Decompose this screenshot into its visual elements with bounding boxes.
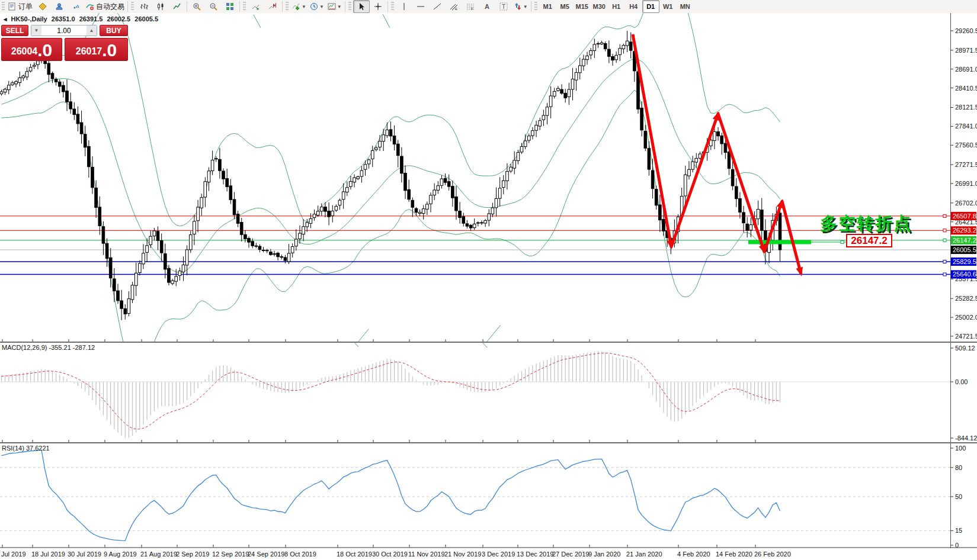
tile-windows-button[interactable] — [222, 0, 238, 13]
horizontal-line-button[interactable] — [412, 0, 429, 13]
candle-body — [386, 130, 389, 136]
timeframe-m15-button[interactable]: M15 — [574, 0, 591, 13]
level-callout-label[interactable]: 26147.2 — [846, 234, 892, 247]
equidistant-channel-button[interactable]: E — [446, 0, 462, 13]
signals-icon[interactable] — [68, 0, 84, 13]
line-handle[interactable] — [943, 260, 946, 263]
autotrading-button-label: 自动交易 — [96, 2, 124, 12]
date-label: 14 Feb 2020 — [716, 551, 752, 558]
timeframe-h4-button[interactable]: H4 — [625, 0, 642, 13]
templates-button[interactable]: ▼ — [326, 0, 344, 13]
timeframe-mn-button[interactable]: MN — [677, 0, 694, 13]
buy-button[interactable]: BUY — [100, 25, 128, 36]
candle-body — [270, 252, 273, 255]
candle-body — [408, 189, 411, 199]
trendline-button[interactable] — [429, 0, 446, 13]
sell-price: 26004 — [11, 44, 38, 59]
toolbar-grip — [534, 2, 537, 11]
line-chart-button[interactable] — [169, 0, 185, 13]
zoom-out-button[interactable] — [205, 0, 222, 13]
date-label: 8 Oct 2019 — [284, 551, 316, 558]
date-label: 11 Nov 2019 — [408, 551, 445, 558]
candle-body — [571, 79, 574, 89]
arrows-button[interactable]: ▼ — [512, 0, 530, 13]
volume-up-button[interactable]: ▲ — [87, 25, 97, 36]
support-highlight-bar[interactable] — [748, 240, 811, 244]
timeframe-m30-button[interactable]: M30 — [591, 0, 608, 13]
new-order-button[interactable]: 订单 — [7, 0, 34, 13]
candle-body — [640, 108, 643, 130]
main-chart: 29260.528971.528691.028410.528121.527841… — [0, 13, 977, 342]
timeframe-h1-button[interactable]: H1 — [608, 0, 625, 13]
vertical-line-button[interactable] — [396, 0, 412, 13]
autotrading-button[interactable]: 自动交易 — [84, 0, 126, 13]
volume-stepper: ▼ 1.00 ▲ — [31, 25, 97, 36]
chevron-down-icon: ▼ — [319, 4, 324, 9]
turning-point-annotation[interactable]: 多空转折点 — [820, 212, 912, 236]
bar-chart-button[interactable] — [136, 0, 152, 13]
candle-body — [484, 221, 487, 223]
cursor-button[interactable] — [353, 0, 370, 13]
candle-body — [146, 246, 149, 253]
candle-body — [91, 167, 94, 187]
volume-value[interactable]: 1.00 — [41, 27, 87, 35]
candle-body — [353, 178, 356, 182]
svg-text:F: F — [471, 7, 473, 11]
timeframe-m5-button[interactable]: M5 — [556, 0, 574, 13]
candle-body — [731, 169, 734, 186]
fibonacci-button[interactable]: F — [462, 0, 479, 13]
chart-shift-button[interactable] — [264, 0, 281, 13]
candle-body — [528, 136, 531, 140]
candle-body — [575, 72, 578, 80]
price-line-label: 26005.5 — [953, 246, 976, 253]
macd-background — [0, 342, 977, 443]
profile-icon[interactable] — [51, 0, 68, 13]
periods-button[interactable]: ▼ — [308, 0, 326, 13]
candle-body — [207, 171, 210, 182]
volume-down-button[interactable]: ▼ — [31, 25, 41, 36]
price-line-label: 26293.2 — [953, 227, 976, 234]
candle-body — [415, 208, 418, 213]
candle-body — [597, 43, 600, 44]
candle-body — [168, 268, 171, 282]
line-handle[interactable] — [943, 239, 946, 242]
date-label: 9 Jan 2020 — [588, 551, 620, 558]
sell-button[interactable]: SELL — [1, 25, 28, 36]
candle-body — [102, 227, 105, 243]
sell-price-panel[interactable]: 26004.0 — [1, 38, 62, 61]
candle-body — [258, 246, 261, 249]
candle-body — [306, 223, 309, 227]
candle-body — [127, 299, 130, 314]
rsi-background — [0, 443, 977, 548]
zoom-in-button[interactable] — [188, 0, 205, 13]
candle-body — [564, 93, 567, 98]
rsi-axis-tick-label: 80 — [955, 464, 962, 471]
timeframe-w1-button[interactable]: W1 — [659, 0, 677, 13]
candle-body — [69, 102, 72, 109]
candle-body — [291, 247, 294, 253]
text-label-button[interactable]: T — [495, 0, 512, 13]
callout-handle[interactable] — [841, 241, 844, 244]
indicators-button[interactable]: ▼ — [290, 0, 308, 13]
community-icon[interactable] — [34, 0, 51, 13]
candle-body — [735, 186, 738, 199]
chart-low: 26002.5 — [107, 15, 130, 22]
crosshair-button[interactable] — [370, 0, 386, 13]
toolbar-grip — [2, 2, 5, 11]
candle-body — [520, 147, 523, 152]
chart-symbol-period: HK50-,Daily — [11, 15, 47, 22]
candlestick-chart-button[interactable] — [152, 0, 169, 13]
line-handle[interactable] — [943, 229, 946, 232]
candle-body — [488, 214, 491, 220]
timeframe-d1-button[interactable]: D1 — [642, 0, 659, 13]
auto-scroll-button[interactable] — [248, 0, 264, 13]
timeframe-m1-button[interactable]: M1 — [539, 0, 556, 13]
date-axis[interactable]: Jul 201918 Jul 201930 Jul 20199 Aug 2019… — [0, 548, 977, 560]
candle-body — [55, 79, 57, 82]
chart-close: 26005.5 — [134, 15, 158, 22]
price-axis-tick-label: 25002.0 — [955, 314, 977, 321]
line-handle[interactable] — [943, 273, 946, 276]
line-handle[interactable] — [943, 214, 946, 217]
buy-price-panel[interactable]: 26017.0 — [65, 38, 128, 61]
text-button[interactable]: A — [479, 0, 495, 13]
